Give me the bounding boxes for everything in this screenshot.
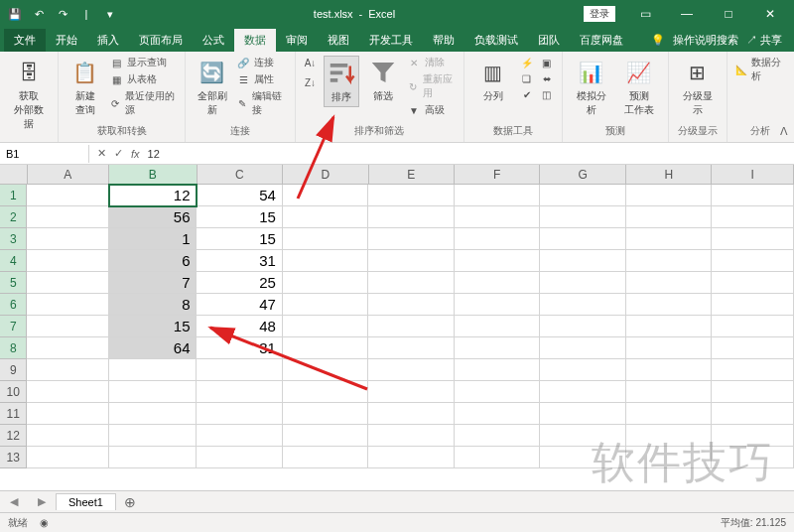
cell[interactable] — [540, 447, 625, 468]
cell[interactable] — [455, 272, 540, 294]
cell[interactable] — [626, 316, 712, 337]
cell[interactable] — [712, 294, 794, 316]
cell[interactable] — [368, 228, 454, 250]
tab-data[interactable]: 数据 — [234, 29, 276, 52]
cell[interactable] — [27, 403, 109, 425]
minimize-icon[interactable]: — — [667, 0, 707, 28]
sheet-tab[interactable]: Sheet1 — [56, 493, 116, 510]
fx-icon[interactable]: fx — [131, 148, 140, 160]
cell[interactable]: 64 — [109, 337, 197, 359]
cell[interactable] — [626, 447, 712, 468]
row-header[interactable]: 7 — [0, 316, 27, 337]
cell[interactable] — [27, 294, 109, 316]
sort-desc-button[interactable]: Z↓ — [304, 75, 318, 89]
cell[interactable] — [283, 250, 368, 272]
manage-model-button[interactable]: ◫ — [540, 87, 554, 101]
from-table-button[interactable]: ▦从表格 — [109, 72, 177, 86]
show-queries-button[interactable]: ▤显示查询 — [109, 56, 177, 69]
connections-button[interactable]: 🔗连接 — [236, 56, 286, 69]
cell[interactable] — [712, 447, 794, 468]
cell[interactable] — [540, 337, 625, 359]
cancel-icon[interactable]: ✕ — [97, 147, 106, 160]
cell[interactable] — [283, 337, 368, 359]
cell[interactable] — [712, 250, 794, 272]
cell[interactable] — [27, 272, 109, 294]
tab-baidu[interactable]: 百度网盘 — [570, 29, 633, 52]
tab-help[interactable]: 帮助 — [423, 29, 464, 52]
formula-input[interactable]: 12 — [148, 148, 160, 160]
cell[interactable] — [455, 403, 540, 425]
get-external-data-button[interactable]: 🗄 获取 外部数据 — [8, 56, 50, 133]
column-header[interactable]: A — [28, 165, 110, 184]
row-header[interactable]: 12 — [0, 425, 27, 447]
cell[interactable] — [540, 272, 625, 294]
cell[interactable] — [455, 425, 540, 447]
outline-button[interactable]: ⊞ 分级显示 — [677, 56, 719, 119]
recent-sources-button[interactable]: ⟳最近使用的源 — [109, 89, 177, 117]
row-header[interactable]: 3 — [0, 228, 27, 250]
cell[interactable] — [109, 359, 197, 381]
refresh-all-button[interactable]: 🔄 全部刷新 — [194, 56, 230, 119]
cell[interactable]: 54 — [197, 185, 282, 206]
filter-button[interactable]: 筛选 — [365, 56, 401, 105]
cell[interactable] — [197, 425, 282, 447]
sort-button[interactable]: 排序 — [324, 56, 359, 107]
cell[interactable] — [368, 381, 454, 403]
cell[interactable]: 31 — [197, 250, 282, 272]
advanced-filter-button[interactable]: ▼高级 — [407, 103, 456, 117]
cell[interactable] — [283, 272, 368, 294]
cell[interactable]: 12 — [109, 185, 197, 206]
cell[interactable] — [712, 403, 794, 425]
cell[interactable] — [540, 403, 625, 425]
cell[interactable] — [712, 425, 794, 447]
cell[interactable] — [540, 250, 625, 272]
cell[interactable] — [27, 250, 109, 272]
maximize-icon[interactable]: □ — [709, 0, 748, 28]
cell[interactable] — [455, 359, 540, 381]
cell[interactable] — [27, 228, 109, 250]
cell[interactable] — [368, 272, 454, 294]
tab-team[interactable]: 团队 — [528, 29, 570, 52]
cell[interactable]: 31 — [197, 337, 282, 359]
cell[interactable] — [540, 294, 625, 316]
properties-button[interactable]: ☰属性 — [236, 72, 286, 86]
cell[interactable] — [109, 447, 197, 468]
row-header[interactable]: 2 — [0, 206, 27, 228]
cell[interactable] — [626, 272, 712, 294]
cell[interactable]: 15 — [197, 206, 282, 228]
cell[interactable] — [27, 359, 109, 381]
cell[interactable] — [197, 403, 282, 425]
cell[interactable] — [626, 425, 712, 447]
save-icon[interactable]: 💾 — [8, 7, 22, 21]
cell[interactable] — [197, 359, 282, 381]
redo-icon[interactable]: ↷ — [56, 7, 69, 21]
cell[interactable] — [368, 359, 454, 381]
enter-icon[interactable]: ✓ — [114, 147, 123, 160]
cell[interactable] — [368, 294, 454, 316]
cell[interactable] — [455, 294, 540, 316]
qat-custom-icon[interactable]: ▾ — [103, 7, 117, 21]
cell[interactable] — [283, 359, 368, 381]
text-to-columns-button[interactable]: ▥ 分列 — [472, 56, 514, 105]
row-header[interactable]: 10 — [0, 381, 27, 403]
add-sheet-button[interactable]: ⊕ — [116, 494, 144, 510]
cell[interactable] — [283, 403, 368, 425]
tab-file[interactable]: 文件 — [4, 29, 46, 52]
select-all-corner[interactable] — [0, 165, 28, 184]
cell[interactable] — [712, 272, 794, 294]
cell[interactable] — [712, 359, 794, 381]
cell[interactable] — [368, 403, 454, 425]
cell[interactable] — [626, 359, 712, 381]
cell[interactable] — [626, 250, 712, 272]
cell[interactable] — [540, 316, 625, 337]
collapse-ribbon-icon[interactable]: ᐱ — [780, 125, 788, 138]
cell[interactable] — [626, 228, 712, 250]
tab-view[interactable]: 视图 — [318, 29, 359, 52]
cell[interactable]: 1 — [109, 228, 197, 250]
cell[interactable] — [27, 381, 109, 403]
cell[interactable] — [283, 425, 368, 447]
cell[interactable] — [712, 228, 794, 250]
column-header[interactable]: G — [540, 165, 625, 184]
tab-formulas[interactable]: 公式 — [193, 29, 234, 52]
cell[interactable] — [626, 294, 712, 316]
